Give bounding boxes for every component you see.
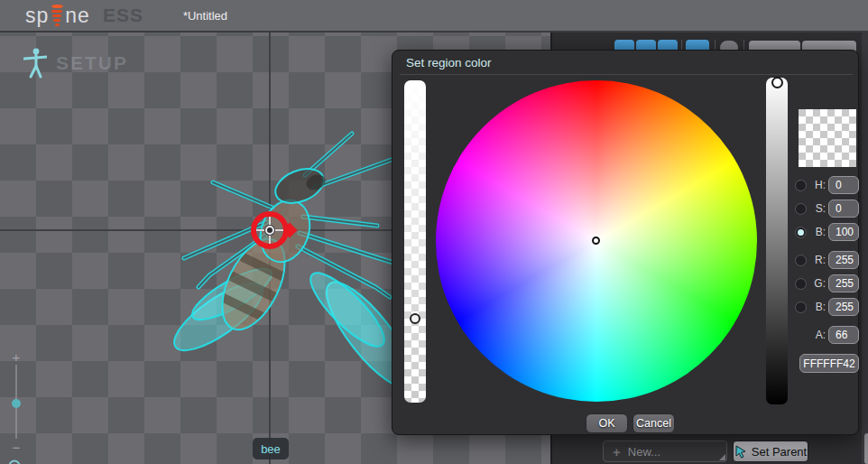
set-region-color-dialog: Set region color H: S: B: R: (392, 50, 859, 435)
new-button-label: New... (628, 445, 660, 459)
document-title: *Untitled (183, 9, 227, 23)
logo-text-ne: ne (65, 5, 90, 26)
green-input[interactable] (828, 274, 859, 292)
saturation-row: S: (795, 200, 860, 218)
hex-input[interactable] (799, 354, 859, 373)
blue-row: B: (795, 298, 860, 316)
alpha-row: A: (795, 326, 860, 344)
ok-button[interactable]: OK (586, 413, 628, 433)
brightness-slider-handle[interactable] (771, 77, 783, 88)
tree-scrollbar-track[interactable] (862, 32, 868, 464)
cancel-button[interactable]: Cancel (633, 413, 675, 433)
brightness-label: B: (810, 226, 826, 238)
mode-label: SETUP (56, 52, 128, 74)
hex-row (799, 354, 859, 373)
view-tools: + − (0, 347, 32, 464)
dialog-title: Set region color (406, 56, 492, 70)
saturation-input[interactable] (828, 200, 859, 218)
plus-icon: + (613, 444, 621, 459)
new-button[interactable]: + New... (603, 441, 727, 462)
blue-label: B: (810, 301, 826, 313)
blue-input[interactable] (828, 298, 859, 316)
brightness-row: B: (795, 223, 860, 241)
color-wheel-cursor[interactable] (592, 237, 600, 245)
hue-row: H: (795, 176, 860, 194)
tree-edge-button[interactable] (864, 433, 868, 464)
hue-radio[interactable] (795, 180, 807, 191)
alpha-slider-handle[interactable] (410, 313, 420, 324)
saturation-radio[interactable] (795, 203, 807, 215)
cancel-label: Cancel (636, 417, 671, 430)
blue-radio[interactable] (795, 302, 807, 313)
setup-figure-icon (23, 47, 47, 79)
red-input[interactable] (828, 251, 859, 269)
saturation-label: S: (810, 202, 826, 215)
spine-discs-icon (50, 5, 64, 26)
mode-badge[interactable]: SETUP (23, 47, 128, 79)
hue-label: H: (810, 179, 826, 191)
title-bar: sp ne ESS *Untitled (0, 0, 868, 32)
logo-text-sp: sp (25, 5, 49, 26)
dialog-separator (400, 74, 853, 75)
ok-label: OK (598, 417, 614, 430)
color-preview-swatch (799, 109, 856, 167)
selection-name-label: bee (261, 442, 281, 456)
magnifier-icon[interactable] (7, 459, 25, 464)
green-row: G: (795, 274, 860, 292)
selection-name-tooltip: bee (253, 438, 289, 459)
green-label: G: (810, 277, 826, 290)
set-parent-label: Set Parent (752, 445, 807, 459)
zoom-out-button[interactable]: − (0, 441, 32, 454)
green-radio[interactable] (795, 278, 807, 290)
edition-label: ESS (103, 5, 143, 26)
zoom-slider-handle[interactable] (12, 399, 21, 408)
red-label: R: (810, 254, 826, 266)
red-row: R: (795, 251, 860, 269)
dropdown-corner-icon (719, 454, 725, 460)
cursor-icon (734, 445, 747, 459)
spine-logo: sp ne (25, 5, 90, 26)
set-parent-button[interactable]: Set Parent (733, 441, 808, 462)
zoom-in-button[interactable]: + (0, 350, 32, 364)
alpha-slider[interactable] (404, 80, 426, 403)
red-radio[interactable] (795, 255, 807, 266)
hue-input[interactable] (828, 176, 859, 194)
brightness-radio[interactable] (795, 227, 807, 238)
bone-origin-handle[interactable] (265, 226, 274, 235)
brightness-slider[interactable] (766, 78, 788, 404)
alpha-label: A: (810, 329, 826, 341)
alpha-input[interactable] (828, 326, 859, 344)
app-window: SETUP (0, 0, 868, 464)
brightness-input[interactable] (828, 223, 859, 241)
